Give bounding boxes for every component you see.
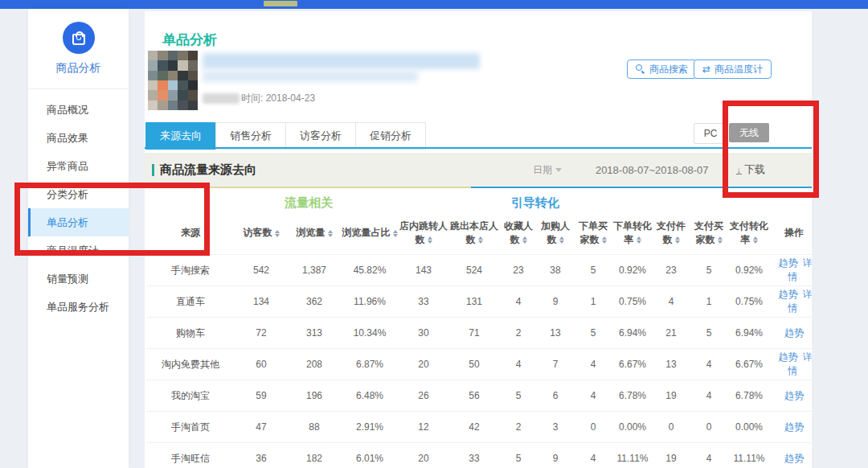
sort-arrows-icon[interactable] [675,236,680,244]
sort-arrows-icon[interactable] [637,236,641,244]
trend-link[interactable]: 趋势 [784,390,804,401]
value-cell-0: 59 [235,380,288,412]
download-button[interactable]: ↓ 下载 [736,162,766,177]
browser-top-bar [0,0,868,9]
column-header-4[interactable]: 店内跳转人数 [399,212,448,255]
value-cell-4: 50 [448,349,500,380]
table-row: 手淘搜索5421,38745.82%143524233850.92%2350.9… [146,255,812,286]
tab-2[interactable]: 访客分析 [285,122,356,150]
table-row: 手淘旺信361826.01%203359411.11%19411.11%趋势 [146,443,812,468]
value-cell-10: 4 [690,380,728,412]
actions-cell: 趋势详情 [770,286,812,318]
sidebar: 商品分析 商品概况商品效果异常商品分类分析单品分析商品温度计销量预测单品服务分析 [28,9,129,468]
device-toggle-wireless[interactable]: 无线 [729,123,769,142]
column-header-1[interactable]: 访客数 [235,212,288,255]
value-cell-2: 11.96% [341,286,399,318]
sidebar-item-1[interactable]: 商品效果 [28,124,129,152]
group-spacer [146,189,235,212]
value-cell-4: 56 [448,380,500,412]
column-header-row: 来源访客数浏览量浏览量占比店内跳转人数跳出本店人数收藏人数加购人数下单买家数下单… [146,212,812,255]
date-dropdown[interactable]: 日期 [533,163,562,177]
trend-link[interactable]: 趋势 [779,257,798,269]
value-cell-9: 23 [653,255,690,286]
tab-1[interactable]: 销售分析 [215,122,286,150]
column-header-5[interactable]: 跳出本店人数 [448,212,500,255]
main-panel: 单品分析 商品搜索 ⇄ 商品温度计 时间: 2018-04-23 来源去向销售分… [145,11,812,468]
sort-arrows-icon[interactable] [428,236,432,244]
table-row: 购物车7231310.34%307121356.94%2156.94%趋势 [146,318,812,349]
sidebar-item-3[interactable]: 分类分析 [28,180,129,208]
value-cell-1: 208 [288,349,341,380]
column-header-9[interactable]: 下单转化率 [612,212,653,255]
column-header-12[interactable]: 支付转化率 [728,212,770,255]
value-cell-5: 2 [500,318,537,349]
sidebar-item-7[interactable]: 单品服务分析 [28,293,129,321]
value-cell-5: 4 [500,286,537,318]
sort-arrows-icon[interactable] [718,236,723,244]
download-icon: ↓ [736,166,743,174]
value-cell-2: 6.48% [341,380,399,412]
value-cell-4: 42 [448,412,500,443]
trend-link[interactable]: 趋势 [779,289,798,300]
sort-arrows-icon[interactable] [522,236,527,244]
traffic-source-table: 流量相关引导转化 来源访客数浏览量浏览量占比店内跳转人数跳出本店人数收藏人数加购… [146,189,812,468]
tab-underline [145,147,812,149]
sort-arrows-icon[interactable] [328,230,333,237]
column-header-6[interactable]: 收藏人数 [500,212,537,255]
sort-arrows-icon[interactable] [478,236,483,244]
column-header-10[interactable]: 支付件数 [653,212,690,255]
sort-arrows-icon[interactable] [753,236,758,244]
actions-cell: 趋势 [770,443,812,468]
section-accent-bar [152,164,154,176]
column-header-3[interactable]: 浏览量占比 [341,212,399,255]
value-cell-3: 12 [399,412,448,443]
publish-time-text: 时间: 2018-04-23 [241,92,315,105]
sidebar-brand-label: 商品分析 [28,61,129,76]
value-cell-1: 182 [288,443,341,468]
sort-arrows-icon[interactable] [559,236,564,244]
tab-0[interactable]: 来源去向 [145,122,216,150]
value-cell-9: 19 [653,380,690,412]
sidebar-item-2[interactable]: 异常商品 [28,152,129,180]
product-title-blurred [203,53,480,69]
value-cell-11: 11.11% [728,443,770,468]
value-cell-8: 0.92% [612,255,653,286]
product-search-button[interactable]: 商品搜索 [627,60,697,79]
value-cell-9: 13 [653,349,690,380]
trend-link[interactable]: 趋势 [784,453,804,464]
actions-cell: 趋势详情 [770,255,812,286]
sidebar-item-4[interactable]: 单品分析 [28,208,129,236]
sidebar-item-5[interactable]: 商品温度计 [28,236,129,265]
value-cell-9: 19 [653,443,690,468]
sort-arrows-icon[interactable] [602,236,607,244]
value-cell-7: 4 [574,380,612,412]
value-cell-7: 4 [574,443,612,468]
product-publish-time: 时间: 2018-04-23 [203,92,315,105]
value-cell-1: 88 [288,412,341,443]
app: 商品分析 商品概况商品效果异常商品分类分析单品分析商品温度计销量预测单品服务分析… [0,0,868,468]
source-cell: 我的淘宝 [146,380,235,412]
product-subtitle-blurred [203,71,418,82]
column-header-11[interactable]: 支付买家数 [690,212,728,255]
sidebar-item-6[interactable]: 销量预测 [28,265,129,293]
trend-link[interactable]: 趋势 [784,421,804,433]
sort-arrows-icon[interactable] [393,230,398,237]
source-cell: 手淘首页 [146,412,235,443]
trend-link[interactable]: 趋势 [779,351,798,363]
shopping-bag-icon [63,22,95,54]
value-cell-4: 71 [448,318,500,349]
tab-3[interactable]: 促销分析 [355,122,426,150]
value-cell-4: 524 [448,255,500,286]
product-thermometer-button[interactable]: ⇄ 商品温度计 [694,60,772,79]
device-toggle-pc[interactable]: PC [694,123,727,144]
value-cell-3: 20 [399,349,448,380]
column-group-0: 流量相关 [235,189,500,212]
column-header-7[interactable]: 加购人数 [537,212,574,255]
column-group-1: 引导转化 [500,189,812,212]
trend-link[interactable]: 趋势 [784,327,804,339]
sidebar-item-0[interactable]: 商品概况 [28,96,129,124]
column-header-8[interactable]: 下单买家数 [574,212,612,255]
sort-arrows-icon[interactable] [275,230,280,237]
column-header-2[interactable]: 浏览量 [288,212,341,255]
value-cell-1: 196 [288,380,341,412]
